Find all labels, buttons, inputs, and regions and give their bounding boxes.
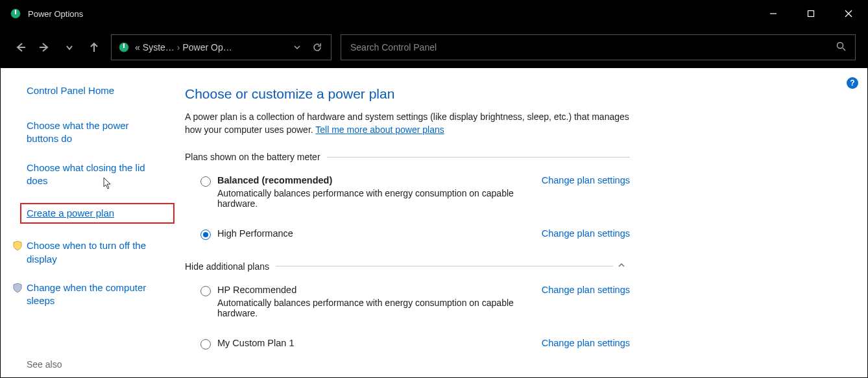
breadcrumb-segment[interactable]: Syste…	[143, 42, 175, 53]
app-icon	[10, 8, 21, 19]
learn-more-link[interactable]: Tell me more about power plans	[315, 124, 444, 135]
minimize-button[interactable]	[754, 1, 792, 27]
section-battery-meter-plans: Plans shown on the battery meter	[185, 152, 630, 162]
sidebar-link-closing-lid[interactable]: Choose what closing the lid does	[27, 161, 163, 188]
chevron-up-icon	[617, 261, 630, 272]
search-icon	[836, 41, 846, 53]
plan-description: Automatically balances performance with …	[217, 298, 529, 318]
change-plan-settings-link[interactable]: Change plan settings	[542, 285, 630, 295]
maximize-button[interactable]	[792, 1, 830, 27]
search-input[interactable]	[350, 42, 836, 53]
address-bar[interactable]: « Syste… › Power Op…	[111, 34, 332, 60]
chevron-right-icon: ›	[177, 42, 180, 53]
change-plan-settings-link[interactable]: Change plan settings	[542, 338, 630, 348]
plan-name: HP Recommended	[217, 285, 529, 295]
shield-icon	[12, 241, 23, 251]
svg-point-11	[838, 43, 843, 49]
plan-name: High Performance	[217, 228, 529, 239]
window-title: Power Options	[28, 9, 83, 19]
svg-rect-3	[808, 11, 814, 17]
sidebar-link-power-buttons[interactable]: Choose what the power buttons do	[27, 119, 163, 146]
section-additional-plans-toggle[interactable]: Hide additional plans	[185, 261, 630, 272]
help-button[interactable]: ?	[847, 77, 858, 89]
see-also-heading: See also	[27, 359, 163, 370]
breadcrumb-segment[interactable]: Power Op…	[182, 42, 232, 53]
svg-rect-1	[15, 10, 16, 14]
back-button[interactable]	[12, 40, 28, 55]
refresh-button[interactable]	[310, 42, 324, 53]
location-icon	[118, 41, 130, 53]
svg-line-12	[843, 48, 845, 51]
change-plan-settings-link[interactable]: Change plan settings	[542, 175, 630, 185]
change-plan-settings-link[interactable]: Change plan settings	[542, 228, 630, 239]
history-dropdown[interactable]	[62, 40, 77, 55]
breadcrumb-prefix: «	[135, 42, 140, 53]
shield-icon	[12, 283, 23, 293]
radio-custom-plan-1[interactable]	[200, 339, 211, 349]
address-dropdown[interactable]	[289, 40, 305, 55]
page-title: Choose or customize a power plan	[185, 86, 630, 102]
search-box[interactable]	[341, 34, 856, 60]
control-panel-home-link[interactable]: Control Panel Home	[27, 85, 163, 96]
sidebar-link-create-power-plan[interactable]: Create a power plan	[20, 203, 175, 224]
sidebar-link-computer-sleeps[interactable]: Change when the computer sleeps	[27, 281, 163, 308]
close-button[interactable]	[830, 1, 867, 27]
forward-button[interactable]	[37, 40, 53, 55]
radio-hp-recommended[interactable]	[200, 286, 211, 296]
radio-balanced[interactable]	[200, 176, 211, 187]
plan-name: My Custom Plan 1	[217, 338, 529, 348]
radio-high-performance[interactable]	[200, 230, 211, 240]
svg-rect-10	[123, 43, 125, 48]
plan-name: Balanced (recommended)	[217, 175, 529, 185]
page-description: A power plan is a collection of hardware…	[185, 111, 630, 136]
up-button[interactable]	[86, 40, 102, 55]
sidebar-link-turn-off-display[interactable]: Choose when to turn off the display	[27, 239, 163, 266]
plan-description: Automatically balances performance with …	[217, 188, 529, 209]
